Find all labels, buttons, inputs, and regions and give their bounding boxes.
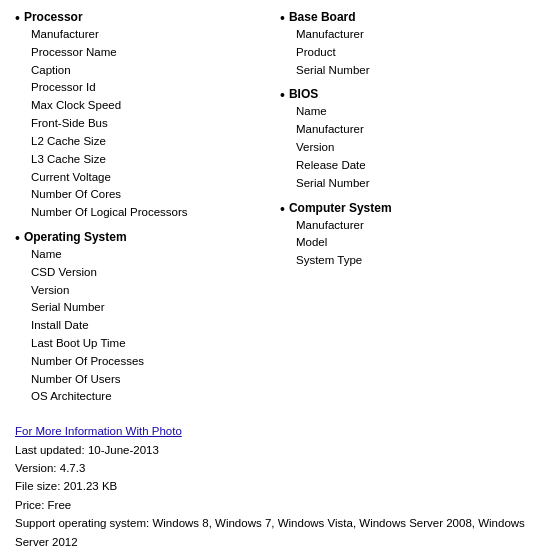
computer-system-list: Manufacturer Model System Type (280, 217, 535, 270)
list-item: Name (296, 103, 535, 121)
list-item: Manufacturer (296, 217, 535, 235)
list-item: Last Boot Up Time (31, 335, 270, 353)
processor-title: Processor (24, 10, 83, 24)
bullet-processor: • (15, 11, 20, 25)
os-title: Operating System (24, 230, 127, 244)
version-row: Version: 4.7.3 (15, 459, 535, 477)
list-item: Serial Number (296, 62, 535, 80)
info-section: For More Information With Photo Last upd… (15, 422, 535, 550)
list-item: Manufacturer (296, 26, 535, 44)
list-item: Version (31, 282, 270, 300)
baseboard-section: • Base Board Manufacturer Product Serial… (280, 10, 535, 79)
list-item: Install Date (31, 317, 270, 335)
list-item: System Type (296, 252, 535, 270)
list-item: Front-Side Bus (31, 115, 270, 133)
two-column-layout: • Processor Manufacturer Processor Name … (15, 10, 535, 414)
baseboard-list: Manufacturer Product Serial Number (280, 26, 535, 79)
filesize-row: File size: 201.23 KB (15, 477, 535, 495)
version-label: Version: (15, 462, 60, 474)
os-section: • Operating System Name CSD Version Vers… (15, 230, 270, 406)
list-item: Number Of Users (31, 371, 270, 389)
list-item: Processor Id (31, 79, 270, 97)
list-item: Release Date (296, 157, 535, 175)
list-item: Number Of Cores (31, 186, 270, 204)
bullet-os: • (15, 231, 20, 245)
list-item: Current Voltage (31, 169, 270, 187)
list-item: Model (296, 234, 535, 252)
left-column: • Processor Manufacturer Processor Name … (15, 10, 270, 414)
list-item: L3 Cache Size (31, 151, 270, 169)
list-item: Serial Number (296, 175, 535, 193)
bullet-baseboard: • (280, 11, 285, 25)
computer-system-section: • Computer System Manufacturer Model Sys… (280, 201, 535, 270)
list-item: Product (296, 44, 535, 62)
last-updated-row: Last updated: 10-June-2013 (15, 441, 535, 459)
list-item: Manufacturer (296, 121, 535, 139)
processor-list: Manufacturer Processor Name Caption Proc… (15, 26, 270, 222)
computer-system-title: Computer System (289, 201, 392, 215)
processor-section: • Processor Manufacturer Processor Name … (15, 10, 270, 222)
baseboard-title: Base Board (289, 10, 356, 24)
bullet-computer-system: • (280, 202, 285, 216)
more-info-link[interactable]: For More Information With Photo (15, 425, 182, 437)
price-row: Price: Free (15, 496, 535, 514)
version-value: 4.7.3 (60, 462, 86, 474)
list-item: Number Of Logical Processors (31, 204, 270, 222)
bios-title: BIOS (289, 87, 318, 101)
list-item: Name (31, 246, 270, 264)
price-label: Price: (15, 499, 48, 511)
last-updated-value: 10-June-2013 (88, 444, 159, 456)
bios-section: • BIOS Name Manufacturer Version Release… (280, 87, 535, 192)
list-item: Manufacturer (31, 26, 270, 44)
filesize-label: File size: (15, 480, 64, 492)
list-item: CSD Version (31, 264, 270, 282)
list-item: OS Architecture (31, 388, 270, 406)
price-value: Free (48, 499, 72, 511)
list-item: L2 Cache Size (31, 133, 270, 151)
list-item: Processor Name (31, 44, 270, 62)
bullet-bios: • (280, 88, 285, 102)
support-os-label: Support operating system: (15, 517, 152, 529)
right-column: • Base Board Manufacturer Product Serial… (280, 10, 535, 414)
list-item: Serial Number (31, 299, 270, 317)
last-updated-label: Last updated: (15, 444, 88, 456)
support-os-row: Support operating system: Windows 8, Win… (15, 514, 535, 550)
filesize-value: 201.23 KB (64, 480, 118, 492)
os-list: Name CSD Version Version Serial Number I… (15, 246, 270, 406)
list-item: Number Of Processes (31, 353, 270, 371)
list-item: Caption (31, 62, 270, 80)
list-item: Max Clock Speed (31, 97, 270, 115)
list-item: Version (296, 139, 535, 157)
bios-list: Name Manufacturer Version Release Date S… (280, 103, 535, 192)
